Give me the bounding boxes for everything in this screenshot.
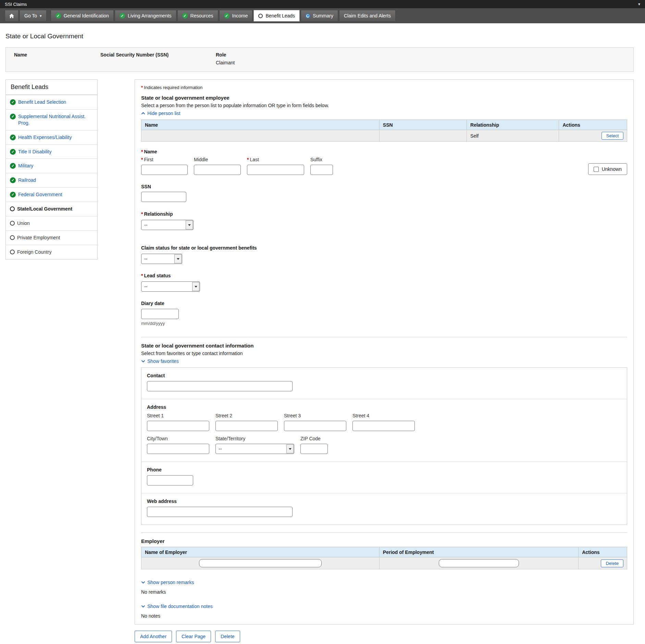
tab-summary[interactable]: Summary bbox=[301, 10, 338, 22]
radio-circle-icon bbox=[10, 235, 15, 240]
last-name-input[interactable] bbox=[247, 165, 304, 175]
state-territory-label: State/Territory bbox=[215, 436, 294, 441]
street1-label: Street 1 bbox=[147, 413, 209, 418]
clear-page-button[interactable]: Clear Page bbox=[176, 631, 211, 642]
sidebar-item-benefit-lead-selection[interactable]: ✓ Benefit Lead Selection bbox=[6, 95, 97, 109]
contact-input[interactable] bbox=[147, 381, 293, 391]
claim-status-select[interactable]: -- bbox=[141, 254, 182, 264]
sidebar-item-label: Railroad bbox=[18, 177, 36, 184]
check-circle-icon: ✓ bbox=[10, 114, 16, 119]
suffix-input[interactable] bbox=[310, 165, 333, 175]
home-button[interactable] bbox=[5, 10, 18, 22]
chevron-down-icon bbox=[141, 604, 145, 608]
required-asterisk: * bbox=[141, 211, 143, 217]
relationship-select[interactable]: -- bbox=[141, 220, 194, 230]
ssn-input[interactable] bbox=[141, 192, 186, 202]
tab-claim-edits-alerts[interactable]: Claim Edits and Alerts bbox=[339, 10, 396, 22]
sidebar-item-supplemental-nutritional-assist-prog[interactable]: ✓ Supplemental Nutritional Assist. Prog. bbox=[6, 109, 97, 130]
check-circle-icon: ✓ bbox=[55, 13, 61, 18]
hide-person-list-link[interactable]: Hide person list bbox=[141, 111, 181, 116]
delete-button[interactable]: Delete bbox=[215, 631, 240, 642]
section-divider bbox=[141, 532, 627, 533]
check-circle-icon: ✓ bbox=[10, 192, 16, 198]
caret-down-icon[interactable]: ▾ bbox=[638, 2, 640, 7]
street3-input[interactable] bbox=[284, 421, 346, 431]
street1-input[interactable] bbox=[147, 421, 209, 431]
add-another-button[interactable]: Add Another bbox=[135, 631, 172, 642]
web-address-section: Web address bbox=[141, 493, 627, 525]
street3-label: Street 3 bbox=[284, 413, 346, 418]
employment-period-cell bbox=[379, 557, 578, 569]
benefit-leads-sidebar: Benefit Leads ✓ Benefit Lead Selection ✓… bbox=[5, 79, 98, 260]
employer-delete-button[interactable]: Delete bbox=[601, 559, 623, 567]
sidebar-item-private-employment[interactable]: Private Employment bbox=[6, 230, 97, 245]
column-header-relationship: Relationship bbox=[467, 120, 559, 130]
show-person-remarks-link[interactable]: Show person remarks bbox=[141, 580, 194, 585]
name-unknown-checkbox[interactable]: Unknown bbox=[588, 163, 627, 175]
select-person-button[interactable]: Select bbox=[601, 132, 623, 140]
name-group-label: Name bbox=[144, 149, 157, 154]
sidebar-item-union[interactable]: Union bbox=[6, 216, 97, 230]
sidebar-item-military[interactable]: ✓ Military bbox=[6, 159, 97, 173]
sidebar-item-label: Health Expenses/Liability bbox=[18, 134, 72, 141]
contact-instruction: Select from favorites or type contact in… bbox=[141, 351, 627, 356]
zip-code-input[interactable] bbox=[300, 444, 328, 454]
sidebar-item-railroad[interactable]: ✓ Railroad bbox=[6, 173, 97, 187]
person-ssn-label: Social Security Number (SSN) bbox=[100, 52, 216, 58]
zip-code-label: ZIP Code bbox=[300, 436, 328, 441]
chevron-up-icon bbox=[141, 111, 145, 115]
middle-name-input[interactable] bbox=[194, 165, 241, 175]
tab-general-identification[interactable]: ✓ General Identification bbox=[51, 10, 114, 22]
street4-input[interactable] bbox=[352, 421, 415, 431]
state-territory-select[interactable]: -- bbox=[215, 444, 294, 454]
unknown-label: Unknown bbox=[602, 166, 622, 172]
home-icon bbox=[9, 13, 14, 18]
sidebar-item-label: Supplemental Nutritional Assist. Prog. bbox=[18, 113, 93, 126]
chevron-down-icon bbox=[286, 444, 294, 453]
lead-status-select[interactable]: -- bbox=[141, 281, 200, 292]
person-list-table: Name SSN Relationship Actions Self Selec… bbox=[141, 119, 627, 142]
web-address-input[interactable] bbox=[147, 507, 293, 517]
person-name-label: Name bbox=[14, 52, 100, 58]
tab-income[interactable]: ✓ Income bbox=[219, 10, 253, 22]
sidebar-item-foreign-country[interactable]: Foreign Country bbox=[6, 245, 97, 259]
sidebar-item-label: State/Local Government bbox=[17, 206, 72, 212]
city-input[interactable] bbox=[147, 444, 209, 454]
employer-name-cell bbox=[141, 557, 380, 569]
contact-name-section: Contact bbox=[141, 368, 627, 399]
sidebar-item-federal-government[interactable]: ✓ Federal Government bbox=[6, 187, 97, 202]
street2-input[interactable] bbox=[215, 421, 278, 431]
check-circle-icon: ✓ bbox=[10, 149, 16, 155]
sidebar-item-title-ii-disability[interactable]: ✓ Title II Disability bbox=[6, 144, 97, 159]
phone-section: Phone bbox=[141, 462, 627, 493]
goto-menu-button[interactable]: Go To ▾ bbox=[20, 10, 47, 22]
check-circle-icon: ✓ bbox=[182, 13, 188, 18]
sidebar-item-label: Title II Disability bbox=[18, 149, 52, 155]
tab-resources[interactable]: ✓ Resources bbox=[177, 10, 218, 22]
employer-name-input[interactable] bbox=[199, 559, 322, 567]
person-role-label: Role bbox=[216, 52, 235, 58]
hide-person-list-label: Hide person list bbox=[147, 111, 181, 116]
employee-instruction: Select a person from the person list to … bbox=[141, 103, 627, 108]
person-table-header-row: Name SSN Relationship Actions bbox=[141, 120, 627, 130]
employer-table-header-row: Name of Employer Period of Employment Ac… bbox=[141, 547, 627, 557]
show-favorites-link[interactable]: Show favorites bbox=[141, 358, 179, 364]
sidebar-item-health-expenses-liability[interactable]: ✓ Health Expenses/Liability bbox=[6, 130, 97, 144]
address-section: Address Street 1 Street 2 Street 3 bbox=[141, 399, 627, 462]
employee-section-title: State or local government employee bbox=[141, 95, 627, 101]
first-name-input[interactable] bbox=[141, 165, 188, 175]
sidebar-item-label: Federal Government bbox=[18, 191, 62, 198]
middle-name-label: Middle bbox=[194, 157, 241, 162]
employment-period-input[interactable] bbox=[439, 559, 519, 567]
section-divider bbox=[141, 337, 627, 337]
check-circle-icon: ✓ bbox=[10, 163, 16, 169]
tab-living-arrangements[interactable]: ✓ Living Arrangements bbox=[115, 10, 176, 22]
web-address-label: Web address bbox=[147, 498, 621, 504]
sidebar-item-state-local-government[interactable]: State/Local Government bbox=[6, 202, 97, 216]
tab-benefit-leads[interactable]: Benefit Leads bbox=[253, 10, 300, 22]
phone-input[interactable] bbox=[147, 475, 193, 485]
diary-date-input[interactable] bbox=[141, 309, 179, 319]
chevron-down-icon bbox=[141, 359, 145, 363]
state-local-government-form: *Indicates required information State or… bbox=[135, 79, 634, 624]
show-file-documentation-notes-link[interactable]: Show file documentation notes bbox=[141, 604, 213, 609]
